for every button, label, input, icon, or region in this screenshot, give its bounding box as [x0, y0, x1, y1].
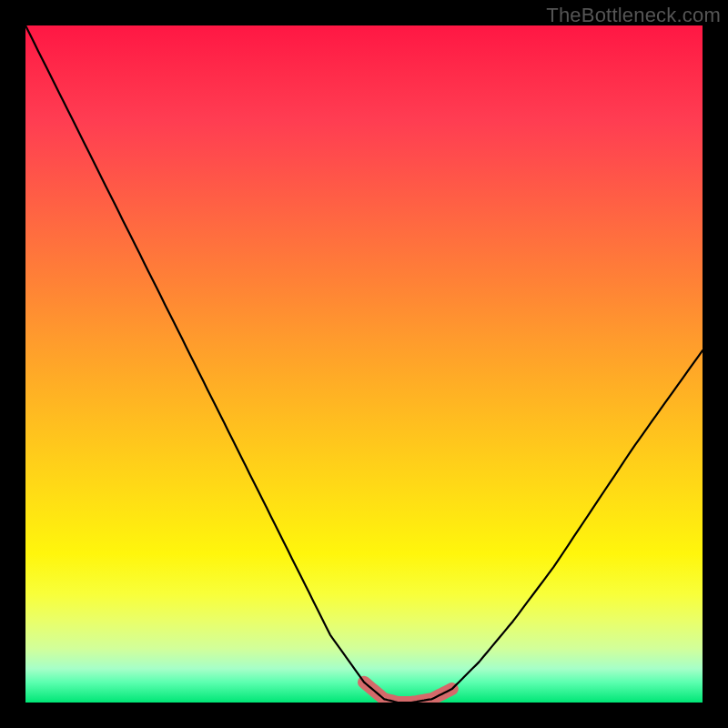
chart-frame: TheBottleneck.com — [0, 0, 728, 728]
plot-area — [25, 25, 703, 703]
watermark-text: TheBottleneck.com — [546, 4, 721, 27]
background-gradient — [25, 25, 703, 703]
